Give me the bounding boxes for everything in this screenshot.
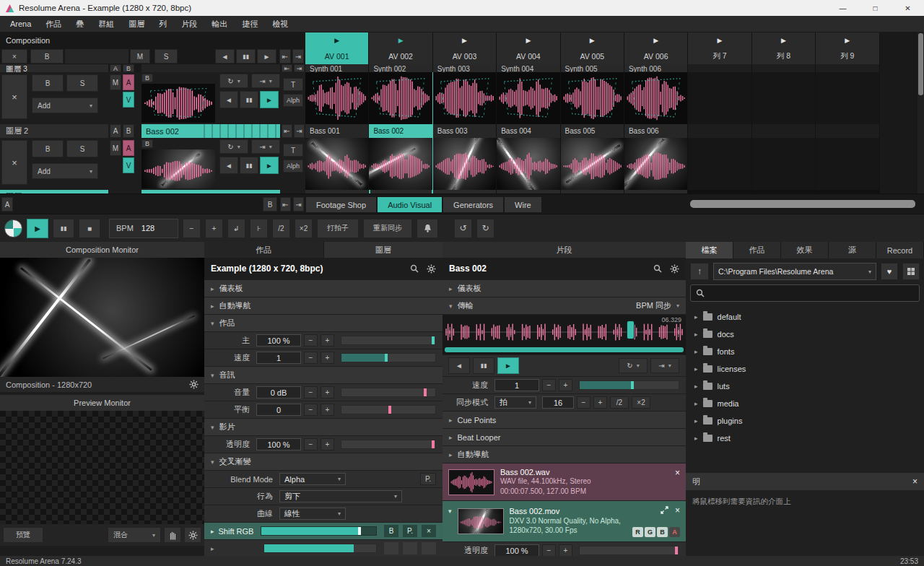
composition-solo-button[interactable]: S <box>154 49 178 64</box>
column-play-button-4[interactable]: ▶ <box>497 32 560 48</box>
folder-item-fonts[interactable]: ▸fonts <box>686 343 924 360</box>
layer3-clip-5[interactable]: Synth 005 <box>561 64 624 72</box>
beats-halve-button[interactable]: /2 <box>610 396 629 409</box>
column-play-button-8[interactable]: ▶ <box>752 32 816 48</box>
menu-item-10[interactable]: 檢視 <box>265 17 295 32</box>
menu-item-4[interactable]: 群組 <box>91 17 121 32</box>
layer3-b-button[interactable]: B <box>123 64 134 72</box>
composition-play-button[interactable]: ► <box>257 49 276 64</box>
layer2-b-button[interactable]: B <box>141 74 153 82</box>
clip-opacity-increment[interactable]: + <box>559 544 572 556</box>
blend-params-button[interactable]: P. <box>420 473 436 485</box>
layer1-play-button[interactable]: ► <box>260 157 279 174</box>
path-dropdown[interactable]: C:\Program Files\Resolume Arena▾ <box>713 263 876 280</box>
layer2-solo-button[interactable]: S <box>66 74 98 92</box>
opacity-value[interactable]: 100 % <box>256 438 301 450</box>
gear-icon[interactable] <box>670 264 679 274</box>
layer2-name-strip[interactable]: 圖層 2 <box>0 124 108 138</box>
redo-button[interactable]: ↻ <box>476 219 494 238</box>
column-header-6[interactable]: AV 006 <box>624 48 688 64</box>
sync-mode-select[interactable]: 拍▾ <box>494 396 536 409</box>
crossfader-a-button[interactable]: A <box>1 197 13 212</box>
clip-speed-slider[interactable] <box>579 380 679 390</box>
chevron-down-icon[interactable]: ▾ <box>448 508 452 515</box>
layer2-clip-5[interactable]: Bass 005 <box>561 72 624 138</box>
master-decrement[interactable]: − <box>304 334 318 347</box>
layer2-t-toggle[interactable]: T <box>283 78 303 91</box>
close-button[interactable]: ✕ <box>892 0 924 16</box>
search-icon[interactable] <box>410 264 419 273</box>
layer2-active-clip-strip[interactable]: Bass 002 <box>141 124 280 138</box>
column-play-button-7[interactable]: ▶ <box>688 32 751 48</box>
composition-prev-button[interactable]: ◄ <box>215 49 235 64</box>
maximize-button[interactable]: □ <box>859 0 892 16</box>
composition-bypass-button[interactable]: B <box>30 49 64 64</box>
menu-item-3[interactable]: 疊 <box>69 17 91 32</box>
clip-waveform-display[interactable]: 06.329 <box>443 315 686 354</box>
layer2-to-end-button[interactable]: ⇥ <box>294 124 305 138</box>
tab-composition[interactable]: 作品 <box>204 242 323 258</box>
composition-clear-button[interactable]: × <box>1 49 27 64</box>
channel-b-button[interactable]: B <box>657 527 668 537</box>
layer1-direction-dropdown[interactable]: ⇥▾ <box>251 139 280 154</box>
clip-speed-increment[interactable]: + <box>559 379 572 391</box>
behaviour-select[interactable]: 剪下▾ <box>279 490 402 502</box>
column-header-3[interactable]: AV 003 <box>433 48 497 64</box>
speed-decrement[interactable]: − <box>304 352 318 364</box>
bpm-nudge-button[interactable]: ↲ <box>227 219 245 238</box>
layer2-clip-3[interactable]: Bass 003 <box>433 72 497 138</box>
bpm-double-button[interactable]: ×2 <box>295 219 313 238</box>
effect-params-button[interactable]: P. <box>403 525 417 537</box>
column-header-2[interactable]: AV 002 <box>369 48 432 64</box>
gear-icon[interactable] <box>427 264 436 274</box>
layer2-clip-9[interactable] <box>816 72 879 138</box>
layer2-clip-8[interactable] <box>752 72 816 138</box>
minimize-button[interactable]: — <box>827 0 859 16</box>
layer1-b-button[interactable]: B <box>141 139 153 148</box>
layer1-mute-button[interactable]: M <box>110 140 121 156</box>
layer2-clear-button[interactable]: × <box>1 74 27 119</box>
beats-value[interactable]: 16 <box>542 396 574 409</box>
folder-item-docs[interactable]: ▸docs <box>686 326 924 343</box>
grid-to-end-button[interactable]: ⇥ <box>293 197 304 212</box>
layer2-to-start-button[interactable]: ⇤ <box>282 124 292 138</box>
curve-select[interactable]: 線性▾ <box>279 508 346 520</box>
expand-arrow-icon[interactable]: ▸ <box>694 400 698 407</box>
column-header-7[interactable]: 列 7 <box>688 48 751 64</box>
column-play-button-1[interactable]: ▶ <box>305 32 369 48</box>
menu-item-2[interactable]: 作品 <box>38 17 69 32</box>
layer3-clip-7[interactable] <box>688 64 751 72</box>
layer3-to-start-button[interactable]: ⇤ <box>282 64 292 72</box>
layer2-audio-button[interactable]: A <box>123 74 134 90</box>
pan-increment[interactable]: + <box>321 404 334 416</box>
folder-item-rest[interactable]: ▸rest <box>686 430 924 447</box>
folder-up-button[interactable]: ↑ <box>690 263 709 280</box>
gear-icon[interactable] <box>184 527 201 543</box>
browser-tab-檔案[interactable]: 檔案 <box>686 242 733 258</box>
column-play-button-3[interactable]: ▶ <box>433 32 497 48</box>
bpm-halve-button[interactable]: /2 <box>272 219 290 238</box>
pan-slider[interactable] <box>341 405 436 414</box>
layer1-t-toggle[interactable]: T <box>283 144 303 157</box>
scrollbar-thumb[interactable] <box>690 200 915 208</box>
folder-item-media[interactable]: ▸media <box>686 395 924 412</box>
master-increment[interactable]: + <box>321 334 334 347</box>
browser-tab-作品[interactable]: 作品 <box>733 242 781 258</box>
layer2-active-clip-preview[interactable] <box>141 84 215 123</box>
effect-remove-button[interactable]: × <box>422 525 436 537</box>
tab-layer[interactable]: 圖層 <box>323 242 443 258</box>
layer3-clip-8[interactable] <box>752 64 816 72</box>
grid-to-start-button[interactable]: ⇤ <box>280 197 291 212</box>
section-clip-autopilot[interactable]: ▸自動導航 <box>443 446 686 463</box>
column-header-4[interactable]: AV 004 <box>497 48 560 64</box>
volume-slider[interactable] <box>341 388 436 397</box>
clip-speed-decrement[interactable]: − <box>542 379 556 391</box>
undo-button[interactable]: ↺ <box>454 219 472 238</box>
volume-value[interactable]: 0 dB <box>256 386 301 399</box>
opacity-increment[interactable]: + <box>321 438 334 450</box>
waveform-scrollbar[interactable] <box>445 347 684 352</box>
section-composition[interactable]: ▾作品 <box>204 315 443 331</box>
browser-tab-Record[interactable]: Record <box>876 242 924 258</box>
column-header-8[interactable]: 列 8 <box>752 48 816 64</box>
clip-direction-dropdown[interactable]: ⇥▾ <box>650 358 679 373</box>
